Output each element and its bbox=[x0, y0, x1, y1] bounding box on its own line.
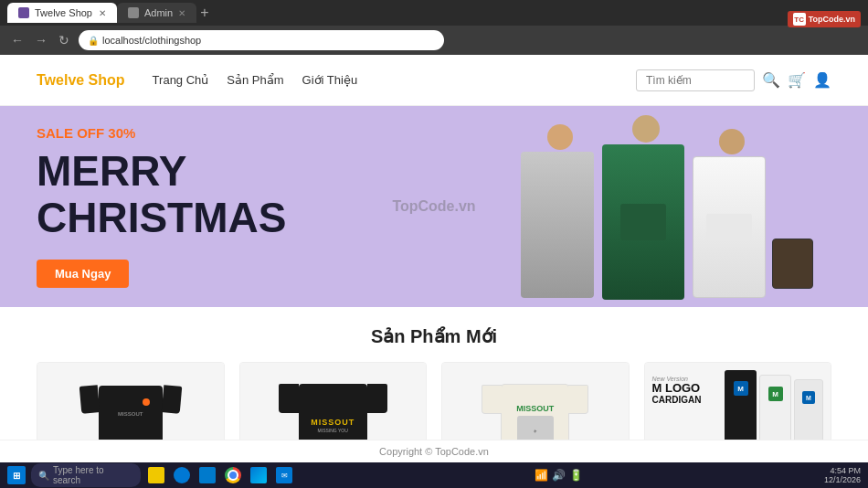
tshirt-logo-text: MISSOUT bbox=[118, 411, 143, 417]
browser-toolbar: ← → ↻ 🔒 localhost/clothingshop bbox=[0, 26, 868, 55]
active-tab-label: Twelve Shop bbox=[35, 7, 92, 18]
cardigan-grey: M bbox=[794, 379, 823, 443]
taskbar-time-text: 4:54 PM bbox=[824, 466, 861, 475]
taskbar-app-mail[interactable]: ✉ bbox=[274, 465, 294, 485]
mail-icon: ✉ bbox=[276, 467, 292, 483]
cardigan-black: M bbox=[725, 370, 757, 443]
search-icon[interactable]: 🔍 bbox=[762, 71, 780, 89]
hero-sale-text: SALE OFF 30% bbox=[37, 125, 286, 141]
browser-tab-bar: Twelve Shop ✕ Admin ✕ + bbox=[0, 0, 868, 26]
nav-about[interactable]: Giới Thiệu bbox=[302, 73, 358, 87]
volume-icon: 🔊 bbox=[552, 469, 566, 482]
taskbar-system-icons: 📶 🔊 🔋 bbox=[535, 469, 583, 482]
hero-title-line2: CHRISTMAS bbox=[37, 195, 286, 241]
site-logo[interactable]: Twelve Shop bbox=[37, 72, 125, 89]
hero-cta-button[interactable]: Mua Ngay bbox=[37, 260, 129, 288]
store-icon bbox=[250, 467, 267, 483]
inactive-tab[interactable]: Admin ✕ bbox=[117, 3, 196, 23]
hero-banner: SALE OFF 30% MERRY CHRISTMAS Mua Ngay bbox=[0, 106, 868, 307]
hero-sale-percent: 30% bbox=[108, 125, 135, 141]
inactive-tab-close[interactable]: ✕ bbox=[178, 8, 185, 18]
nav-products[interactable]: Sản Phẩm bbox=[227, 73, 283, 87]
search-input[interactable] bbox=[636, 69, 755, 91]
refresh-button[interactable]: ↻ bbox=[55, 31, 73, 49]
website-content: Twelve Shop Trang Chủ Sản Phẩm Giới Thiệ… bbox=[0, 55, 868, 488]
cardigan-white: M bbox=[759, 375, 791, 443]
cardigan-label-area: New Version M LOGO CARDIGAN bbox=[649, 370, 725, 405]
hero-models bbox=[521, 106, 813, 307]
taskbar-app-chrome[interactable] bbox=[223, 465, 243, 485]
new-tab-button[interactable]: + bbox=[200, 5, 208, 21]
edge-icon bbox=[174, 467, 190, 483]
windows-taskbar: ⊞ 🔍 Type here to search ✉ 📶 🔊 🔋 4:54 PM … bbox=[0, 462, 868, 488]
cart-icon[interactable]: 🛒 bbox=[788, 71, 806, 89]
taskbar-app-files[interactable] bbox=[146, 465, 166, 485]
taskbar-app-code[interactable] bbox=[197, 465, 217, 485]
taskbar-search-text: Type here to search bbox=[53, 465, 133, 485]
navbar: Twelve Shop Trang Chủ Sản Phẩm Giới Thiệ… bbox=[0, 55, 868, 106]
start-button[interactable]: ⊞ bbox=[7, 466, 26, 484]
tshirt-orange-dot bbox=[143, 398, 150, 406]
user-icon[interactable]: 👤 bbox=[813, 71, 831, 89]
taskbar-search-icon: 🔍 bbox=[38, 471, 49, 481]
forward-button[interactable]: → bbox=[31, 31, 51, 49]
taskbar-app-edge[interactable] bbox=[172, 465, 192, 485]
cardigan-name: CARDIGAN bbox=[652, 395, 725, 405]
back-button[interactable]: ← bbox=[7, 31, 27, 49]
hero-content: SALE OFF 30% MERRY CHRISTMAS Mua Ngay bbox=[37, 125, 286, 287]
nav-home[interactable]: Trang Chủ bbox=[153, 73, 209, 87]
taskbar-date-text: 12/1/2026 bbox=[824, 475, 861, 484]
chrome-icon bbox=[225, 467, 241, 483]
address-bar[interactable]: 🔒 localhost/clothingshop bbox=[79, 30, 444, 50]
products-section-title: Sản Phẩm Mới bbox=[37, 325, 831, 347]
taskbar-search[interactable]: 🔍 Type here to search bbox=[31, 463, 141, 487]
topcode-icon: TC bbox=[793, 13, 806, 26]
battery-icon: 🔋 bbox=[569, 469, 583, 482]
topcode-label: TopCode.vn bbox=[809, 15, 855, 24]
taskbar-app-store[interactable] bbox=[249, 465, 269, 485]
hero-title-line1: MERRY bbox=[37, 148, 286, 195]
tab-favicon bbox=[18, 7, 29, 18]
address-text: localhost/clothingshop bbox=[102, 35, 201, 46]
nav-search-area: 🔍 🛒 👤 bbox=[636, 69, 831, 91]
missout-yellow-text: MISSOUT MISSING YOU bbox=[311, 419, 355, 433]
topcode-badge: TC TopCode.vn bbox=[788, 11, 861, 27]
active-tab[interactable]: Twelve Shop ✕ bbox=[7, 3, 117, 23]
hero-sale-prefix: SALE OFF bbox=[37, 125, 108, 141]
files-icon bbox=[148, 467, 164, 483]
vscode-icon bbox=[199, 467, 216, 483]
taskbar-clock: 4:54 PM 12/1/2026 bbox=[824, 466, 861, 484]
copyright-bar: Copyright © TopCode.vn bbox=[0, 440, 868, 462]
cardigan-m-text: M LOGO bbox=[652, 382, 725, 395]
lock-icon: 🔒 bbox=[88, 36, 99, 46]
nav-links: Trang Chủ Sản Phẩm Giới Thiệu bbox=[153, 73, 636, 87]
inactive-tab-favicon bbox=[128, 7, 139, 18]
inactive-tab-label: Admin bbox=[144, 7, 173, 18]
hero-watermark: TopCode.vn bbox=[392, 198, 475, 215]
tab-close-button[interactable]: ✕ bbox=[99, 8, 106, 18]
network-icon: 📶 bbox=[535, 469, 548, 482]
hero-title: MERRY CHRISTMAS bbox=[37, 148, 286, 240]
nav-buttons: ← → ↻ bbox=[7, 31, 73, 49]
